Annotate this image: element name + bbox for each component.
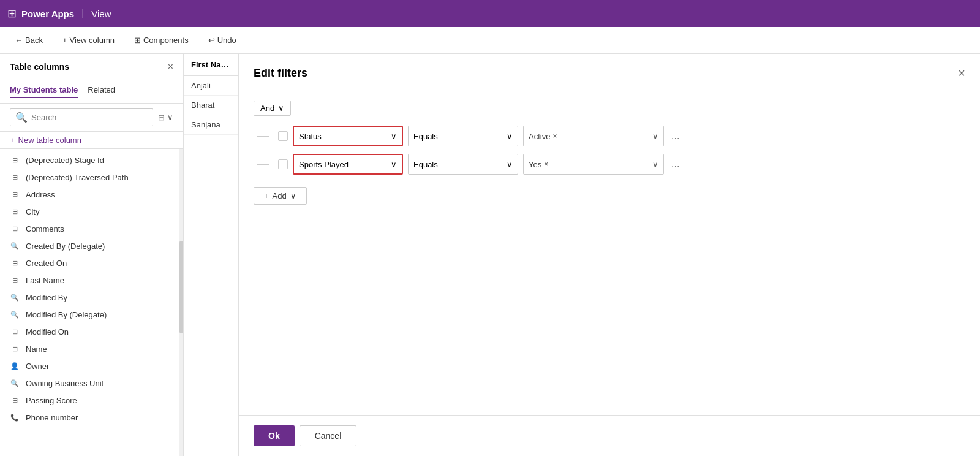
filter-field-chevron-2: ∨: [391, 160, 397, 169]
tabs-row: My Students table Related: [0, 80, 183, 104]
column-item-address[interactable]: ⊟ Address: [0, 186, 183, 203]
value-remove-2[interactable]: ×: [544, 160, 548, 169]
column-icon-address: ⊟: [10, 189, 20, 199]
back-button[interactable]: ← Back: [10, 33, 48, 47]
modal-close-button[interactable]: ×: [958, 66, 965, 80]
column-icon-passing-score: ⊟: [10, 395, 20, 405]
filter-field-chevron-1: ∨: [391, 132, 397, 141]
filter-operator-label-1: Equals: [413, 132, 438, 141]
data-area: First Name Anjali Bharat Sanjana: [184, 54, 239, 456]
filter-checkbox-2[interactable]: [278, 159, 288, 169]
column-icon-deprecated-traversed-path: ⊟: [10, 172, 20, 182]
components-icon: ⊞: [134, 36, 141, 45]
modal-title: Edit filters: [254, 67, 307, 80]
filter-field-label-2: Sports Played: [299, 160, 349, 169]
column-item-owning-business-unit[interactable]: 🔍 Owning Business Unit: [0, 374, 183, 392]
filter-operator-select-1[interactable]: Equals ∨: [408, 126, 518, 146]
filter-icon-button[interactable]: ⊟ ∨: [158, 113, 173, 122]
filter-value-chevron-1: ∨: [652, 132, 658, 141]
data-row: Bharat: [184, 96, 238, 115]
modal-panel: Edit filters × And ∨: [239, 54, 980, 456]
filter-field-label-1: Status: [299, 132, 322, 141]
filter-value-2[interactable]: Yes × ∨: [523, 154, 664, 175]
column-icon-name: ⊟: [10, 344, 20, 354]
column-item-passing-score[interactable]: ⊟ Passing Score: [0, 392, 183, 409]
ok-button[interactable]: Ok: [254, 425, 295, 446]
cancel-button[interactable]: Cancel: [300, 425, 357, 446]
plus-icon: +: [10, 135, 15, 145]
column-item-phone-number[interactable]: 📞 Phone number: [0, 409, 183, 426]
column-item-name[interactable]: ⊟ Name: [0, 340, 183, 357]
column-icon-city: ⊟: [10, 207, 20, 216]
filter-field-select-1[interactable]: Status ∨: [293, 126, 403, 146]
and-dropdown[interactable]: And ∨: [254, 101, 291, 116]
grid-icon[interactable]: ⊞: [7, 7, 17, 20]
column-item-deprecated-stage-id[interactable]: ⊟ (Deprecated) Stage Id: [0, 151, 183, 169]
column-item-last-name[interactable]: ⊟ Last Name: [0, 272, 183, 289]
and-label: And: [260, 104, 274, 113]
filter-operator-select-2[interactable]: Equals ∨: [408, 154, 518, 175]
column-item-modified-by[interactable]: 🔍 Modified By: [0, 289, 183, 306]
data-row: Sanjana: [184, 115, 238, 135]
column-item-deprecated-traversed-path[interactable]: ⊟ (Deprecated) Traversed Path: [0, 169, 183, 186]
column-icon-created-by-delegate: 🔍: [10, 241, 20, 251]
column-item-modified-on[interactable]: ⊟ Modified On: [0, 323, 183, 340]
column-label-last-name: Last Name: [26, 276, 64, 285]
value-remove-1[interactable]: ×: [552, 132, 557, 140]
data-header: First Name: [184, 54, 238, 76]
right-area: Edit filters × And ∨: [239, 54, 980, 456]
undo-button[interactable]: ↩ Undo: [203, 33, 241, 47]
filter-line-1: [257, 136, 270, 137]
filter-more-2[interactable]: ...: [669, 156, 682, 172]
search-input[interactable]: [31, 113, 148, 122]
filter-field-select-2[interactable]: Sports Played ∨: [293, 154, 403, 175]
value-text-2: Yes: [529, 160, 541, 169]
tab-related[interactable]: Related: [88, 85, 115, 98]
modal-footer: Ok Cancel: [239, 415, 980, 456]
search-input-wrap: 🔍: [10, 108, 153, 126]
filter-more-1[interactable]: ...: [669, 128, 682, 144]
new-column-label: New table column: [18, 135, 81, 145]
column-label-phone-number: Phone number: [26, 413, 78, 422]
left-panel-header: Table columns ×: [0, 54, 183, 80]
column-label-city: City: [26, 207, 39, 216]
column-item-owner[interactable]: 👤 Owner: [0, 357, 183, 374]
column-label-modified-by-delegate: Modified By (Delegate): [26, 310, 107, 319]
view-column-icon: +: [62, 36, 67, 45]
column-icon-comments: ⊟: [10, 224, 20, 234]
add-label: Add: [273, 191, 287, 200]
view-column-button[interactable]: + View column: [58, 33, 119, 47]
add-filter-button[interactable]: + Add ∨: [254, 187, 307, 205]
new-column-button[interactable]: + New table column: [0, 132, 183, 149]
modal-body: And ∨ Status ∨: [239, 88, 980, 415]
column-label-address: Address: [26, 190, 55, 199]
filter-row-1: Status ∨ Equals ∨ Active × ∨: [254, 126, 965, 146]
top-navigation: ⊞ Power Apps | View: [0, 0, 980, 27]
column-item-created-on[interactable]: ⊟ Created On: [0, 254, 183, 272]
and-chevron-icon: ∨: [278, 104, 284, 113]
nav-section-label: View: [91, 9, 111, 19]
column-icon-owner: 👤: [10, 361, 20, 371]
tab-my-students[interactable]: My Students table: [10, 85, 78, 98]
column-icon-modified-on: ⊟: [10, 327, 20, 336]
column-item-modified-by-delegate[interactable]: 🔍 Modified By (Delegate): [0, 306, 183, 323]
filter-icon: ⊟: [158, 113, 165, 122]
toolbar: ← Back + View column ⊞ Components ↩ Undo: [0, 27, 980, 54]
search-row: 🔍 ⊟ ∨: [0, 104, 183, 132]
components-button[interactable]: ⊞ Components: [129, 33, 194, 47]
filter-checkbox-1[interactable]: [278, 131, 288, 141]
column-item-comments[interactable]: ⊟ Comments: [0, 220, 183, 237]
main-area: Table columns × My Students table Relate…: [0, 54, 980, 456]
back-label: Back: [25, 36, 43, 45]
column-label-created-on: Created On: [26, 259, 67, 268]
column-icon-deprecated-stage-id: ⊟: [10, 155, 20, 165]
add-icon: +: [264, 191, 269, 200]
modal-header: Edit filters ×: [239, 54, 980, 88]
filter-chevron-icon: ∨: [167, 113, 173, 122]
filter-value-1[interactable]: Active × ∨: [523, 126, 664, 146]
column-item-created-by-delegate[interactable]: 🔍 Created By (Delegate): [0, 237, 183, 254]
and-row: And ∨: [254, 101, 965, 116]
left-panel-close-button[interactable]: ×: [168, 61, 173, 72]
column-item-city[interactable]: ⊟ City: [0, 203, 183, 220]
value-tag-2: Yes ×: [529, 160, 548, 169]
